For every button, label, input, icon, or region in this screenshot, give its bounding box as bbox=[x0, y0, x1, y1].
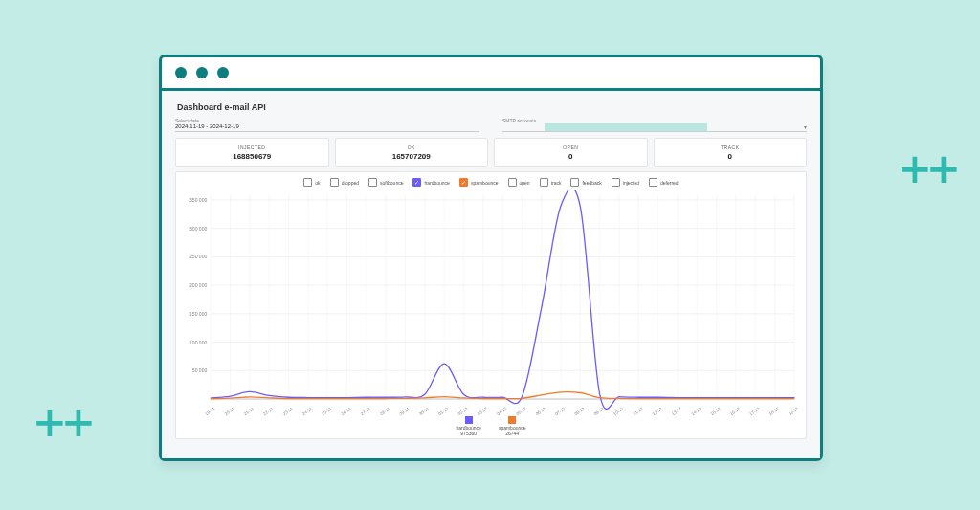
legend-item-label: dropped bbox=[342, 180, 359, 186]
legend-item-softbounce[interactable]: softbounce bbox=[368, 178, 403, 187]
svg-text:21-11: 21-11 bbox=[243, 406, 256, 416]
legend-item-label: track bbox=[551, 180, 562, 186]
legend-swatch-icon bbox=[465, 416, 473, 424]
kpi-label: OK bbox=[338, 144, 486, 150]
svg-text:100 000: 100 000 bbox=[189, 340, 207, 345]
legend-item-feedback[interactable]: feedback bbox=[570, 178, 601, 187]
svg-text:10-12: 10-12 bbox=[612, 406, 625, 416]
window-dot-icon bbox=[175, 67, 187, 78]
legend-item-label: deferred bbox=[660, 180, 679, 186]
svg-text:12-12: 12-12 bbox=[652, 406, 664, 416]
svg-text:26-11: 26-11 bbox=[341, 406, 353, 416]
line-chart: 50 000100 000150 000200 000250 000300 00… bbox=[182, 190, 800, 416]
legend-item-label: open bbox=[520, 180, 530, 186]
svg-text:27-11: 27-11 bbox=[360, 406, 372, 416]
kpi-value: 165707209 bbox=[338, 152, 486, 161]
chart-card: okdroppedsoftbounce✓hardbounce✓spambounc… bbox=[175, 171, 807, 439]
filter-row: Select date 2024-11-19 - 2024-12-19 SMTP… bbox=[175, 118, 807, 132]
checkbox-icon bbox=[570, 178, 579, 187]
legend-item-hardbounce[interactable]: ✓hardbounce bbox=[412, 178, 449, 187]
smtp-filter-value: ▾ bbox=[502, 123, 807, 132]
kpi-label: OPEN bbox=[497, 144, 645, 150]
date-filter-value: 2024-11-19 - 2024-12-19 bbox=[175, 123, 479, 132]
kpi-label: INJECTED bbox=[178, 144, 326, 150]
svg-text:300 000: 300 000 bbox=[189, 226, 207, 232]
kpi-value: 168850679 bbox=[178, 152, 326, 161]
svg-text:18-12: 18-12 bbox=[768, 406, 781, 416]
legend-item-ok[interactable]: ok bbox=[303, 178, 320, 187]
legend-item-label: ok bbox=[315, 180, 320, 186]
chevron-down-icon: ▾ bbox=[804, 123, 807, 130]
svg-text:01-12: 01-12 bbox=[437, 406, 450, 416]
legend-item-label: injected bbox=[623, 180, 639, 186]
svg-text:350 000: 350 000 bbox=[189, 197, 207, 203]
page-title: Dashboard e-mail API bbox=[177, 102, 807, 112]
legend-item-injected[interactable]: injected bbox=[612, 178, 639, 187]
legend-item-track[interactable]: track bbox=[540, 178, 562, 187]
svg-text:20-11: 20-11 bbox=[224, 406, 236, 416]
window-dot-icon bbox=[196, 67, 208, 78]
svg-text:03-12: 03-12 bbox=[477, 406, 489, 416]
legend-item-label: softbounce bbox=[380, 180, 403, 186]
kpi-row: INJECTED168850679OK165707209OPEN0TRACK0 bbox=[175, 138, 807, 167]
svg-text:250 000: 250 000 bbox=[189, 254, 207, 259]
svg-text:25-11: 25-11 bbox=[321, 406, 333, 416]
legend-item-label: feedback bbox=[582, 180, 601, 186]
svg-text:16-12: 16-12 bbox=[729, 406, 742, 416]
svg-text:19-12: 19-12 bbox=[788, 406, 800, 416]
background-spark-icon: ✕✕ bbox=[898, 148, 955, 188]
date-filter[interactable]: Select date 2024-11-19 - 2024-12-19 bbox=[175, 118, 479, 132]
svg-text:15-12: 15-12 bbox=[710, 406, 723, 416]
checkbox-icon bbox=[303, 178, 312, 187]
svg-text:30-11: 30-11 bbox=[418, 406, 431, 416]
legend-item-deferred[interactable]: deferred bbox=[649, 178, 679, 187]
svg-text:50 000: 50 000 bbox=[192, 367, 208, 373]
svg-text:28-11: 28-11 bbox=[379, 406, 391, 416]
legend-item-dropped[interactable]: dropped bbox=[330, 178, 359, 187]
svg-text:08-12: 08-12 bbox=[573, 406, 586, 416]
kpi-value: 0 bbox=[497, 152, 645, 161]
svg-text:06-12: 06-12 bbox=[535, 406, 547, 416]
chart-legend-top: okdroppedsoftbounce✓hardbounce✓spambounc… bbox=[182, 178, 800, 187]
smtp-filter[interactable]: SMTP accounts ▾ bbox=[502, 118, 807, 132]
kpi-value: 0 bbox=[657, 152, 805, 161]
svg-text:14-12: 14-12 bbox=[690, 406, 702, 416]
checkbox-icon bbox=[508, 178, 517, 187]
kpi-tile-track: TRACK0 bbox=[654, 138, 808, 167]
chart-legend-bottom: hardbounce 975360 spambounce 26744 bbox=[182, 416, 800, 436]
legend-item-label: hardbounce bbox=[424, 180, 449, 186]
browser-titlebar bbox=[162, 57, 820, 91]
svg-text:04-12: 04-12 bbox=[496, 406, 508, 416]
svg-text:11-12: 11-12 bbox=[632, 406, 644, 416]
svg-text:29-11: 29-11 bbox=[399, 406, 412, 416]
smtp-chip bbox=[545, 123, 707, 131]
legend-total-spambounce: spambounce 26744 bbox=[499, 416, 526, 436]
svg-text:05-12: 05-12 bbox=[515, 406, 527, 416]
background-spark-icon: ✕✕ bbox=[33, 402, 90, 442]
kpi-tile-ok: OK165707209 bbox=[335, 138, 489, 167]
svg-text:13-12: 13-12 bbox=[671, 406, 683, 416]
svg-text:23-11: 23-11 bbox=[282, 406, 295, 416]
legend-item-open[interactable]: open bbox=[508, 178, 530, 187]
kpi-tile-open: OPEN0 bbox=[494, 138, 648, 167]
checkbox-icon bbox=[540, 178, 548, 187]
svg-text:19-11: 19-11 bbox=[204, 406, 216, 416]
legend-item-spambounce[interactable]: ✓spambounce bbox=[459, 178, 499, 187]
kpi-label: TRACK bbox=[657, 144, 805, 150]
svg-text:02-12: 02-12 bbox=[457, 406, 470, 416]
svg-text:07-12: 07-12 bbox=[554, 406, 567, 416]
svg-text:200 000: 200 000 bbox=[189, 282, 207, 288]
checkbox-icon bbox=[368, 178, 377, 187]
svg-text:22-11: 22-11 bbox=[262, 406, 275, 416]
checkbox-icon: ✓ bbox=[412, 178, 421, 187]
browser-frame: Dashboard e-mail API Select date 2024-11… bbox=[159, 55, 823, 461]
checkbox-icon: ✓ bbox=[459, 178, 468, 187]
checkbox-icon bbox=[330, 178, 339, 187]
window-dot-icon bbox=[217, 67, 229, 78]
checkbox-icon bbox=[649, 178, 657, 187]
kpi-tile-injected: INJECTED168850679 bbox=[175, 138, 329, 167]
legend-item-label: spambounce bbox=[471, 180, 499, 186]
svg-text:09-12: 09-12 bbox=[593, 406, 606, 416]
svg-text:150 000: 150 000 bbox=[189, 311, 207, 317]
chart-area: 50 000100 000150 000200 000250 000300 00… bbox=[182, 190, 800, 414]
